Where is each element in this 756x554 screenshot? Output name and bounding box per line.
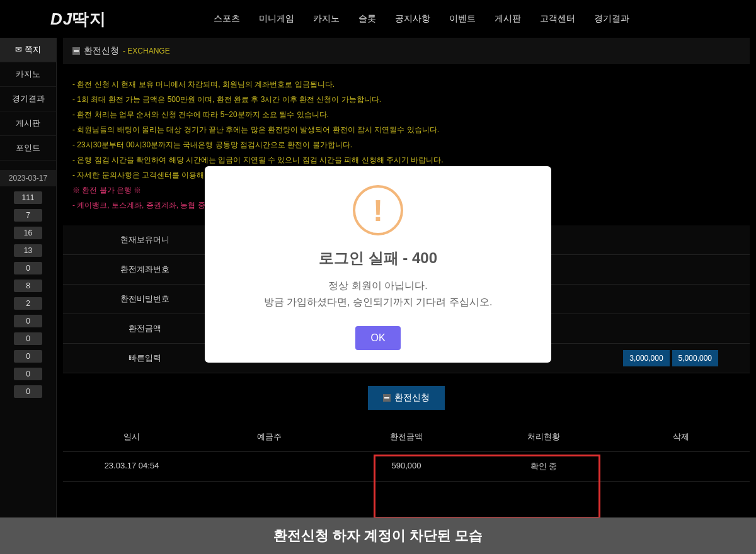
- td-date: 23.03.17 04:54: [63, 452, 200, 481]
- label-quick: 빠른입력: [63, 344, 227, 373]
- minus-icon: [383, 394, 391, 402]
- nav-slot[interactable]: 슬롯: [358, 13, 376, 25]
- sidebar-item-point[interactable]: 포인트: [0, 136, 56, 161]
- table-row: 23.03.17 04:54 590,000 확인 중: [63, 452, 750, 482]
- nav-minigame[interactable]: 미니게임: [259, 13, 294, 25]
- th-amount: 환전금액: [338, 422, 475, 451]
- sidebar-badge: 0: [14, 368, 42, 380]
- modal-ok-button[interactable]: OK: [355, 326, 400, 350]
- td-holder: [200, 452, 338, 481]
- nav-support[interactable]: 고객센터: [540, 13, 575, 25]
- td-delete[interactable]: [612, 452, 750, 481]
- modal-body: 정상 회원이 아닙니다. 방금 가입하셨다면, 승인되기까지 기다려 주십시오.: [217, 278, 539, 310]
- modal-title: 로그인 실패 - 400: [217, 248, 539, 268]
- sidebar-badge: 0: [14, 315, 42, 327]
- nav-casino[interactable]: 카지노: [313, 13, 340, 25]
- nav-event[interactable]: 이벤트: [449, 13, 476, 25]
- th-status: 처리현황: [475, 422, 612, 451]
- sidebar-badge: 0: [14, 385, 42, 398]
- notice-line: - 환전 신청 시 현재 보유 머니에서 차감되며, 회원님의 계좌번호로 입금…: [72, 77, 740, 92]
- nav-results[interactable]: 경기결과: [594, 13, 629, 25]
- sidebar-badge: 8: [14, 280, 42, 292]
- sidebar-badge: 7: [14, 209, 42, 222]
- notice-line: - 환전 처리는 업무 순서와 신청 건수에 따라 5~20분까지 소요 될수 …: [72, 107, 740, 122]
- sidebar: ✉ 쪽지 카지노 경기결과 게시판 포인트 2023-03-17 111 7 1…: [0, 38, 57, 523]
- sidebar-badge: 13: [14, 244, 42, 257]
- main-nav: 스포츠 미니게임 카지노 슬롯 공지사항 이벤트 게시판 고객센터 경기결과: [214, 13, 629, 25]
- label-balance: 현재보유머니: [63, 225, 227, 254]
- login-fail-modal: ! 로그인 실패 - 400 정상 회원이 아닙니다. 방금 가입하셨다면, 승…: [205, 166, 551, 362]
- history-table: 일시 예금주 환전금액 처리현황 삭제 23.03.17 04:54 590,0…: [63, 422, 750, 482]
- sidebar-item-message[interactable]: ✉ 쪽지: [0, 38, 56, 62]
- sidebar-badge: 111: [14, 191, 42, 204]
- sidebar-item-casino[interactable]: 카지노: [0, 62, 56, 87]
- submit-exchange-button[interactable]: 환전신청: [368, 386, 445, 410]
- sidebar-date: 2023-03-17: [0, 170, 56, 186]
- caption: 환전신청 하자 계정이 차단된 모습: [0, 517, 756, 554]
- notice-line: - 1회 최대 환전 가능 금액은 500만원 이며, 환전 완료 후 3시간 …: [72, 92, 740, 107]
- sidebar-item-board[interactable]: 게시판: [0, 111, 56, 136]
- sidebar-badge: 0: [14, 350, 42, 363]
- page-title: 환전신청 - EXCHANGE: [63, 38, 750, 64]
- notice-line: - 23시30분부터 00시30분까지는 국내은행 공통망 점검시간으로 환전이…: [72, 137, 740, 152]
- nav-board[interactable]: 게시판: [495, 13, 521, 25]
- warning-icon: !: [353, 185, 403, 235]
- logo[interactable]: DJ딱지: [50, 8, 106, 30]
- notice-line: - 은행 점검 시간을 확인하여 해당 시간에는 입금이 지연될 수 있으니 점…: [72, 152, 740, 167]
- nav-notice[interactable]: 공지사항: [395, 13, 430, 25]
- label-password: 환전비밀번호: [63, 285, 227, 314]
- sidebar-badge: 0: [14, 262, 42, 274]
- th-date: 일시: [63, 422, 200, 451]
- quick-amount-button[interactable]: 5,000,000: [672, 350, 718, 366]
- label-amount: 환전금액: [63, 314, 227, 343]
- td-status: 확인 중: [475, 452, 612, 481]
- td-amount: 590,000: [338, 452, 475, 481]
- header: DJ딱지 스포츠 미니게임 카지노 슬롯 공지사항 이벤트 게시판 고객센터 경…: [0, 0, 756, 38]
- th-holder: 예금주: [200, 422, 338, 451]
- minus-icon: [72, 47, 80, 55]
- notice-line: - 회원님들의 배팅이 몰리는 대상 경기가 끝난 후에는 많은 환전량이 발생…: [72, 122, 740, 137]
- sidebar-badge: 16: [14, 227, 42, 239]
- sidebar-badge: 0: [14, 332, 42, 345]
- label-account: 환전계좌번호: [63, 255, 227, 284]
- sidebar-item-results[interactable]: 경기결과: [0, 87, 56, 111]
- sidebar-badge: 2: [14, 297, 42, 310]
- th-delete: 삭제: [612, 422, 750, 451]
- quick-amount-button[interactable]: 3,000,000: [623, 350, 669, 366]
- nav-sports[interactable]: 스포츠: [214, 13, 240, 25]
